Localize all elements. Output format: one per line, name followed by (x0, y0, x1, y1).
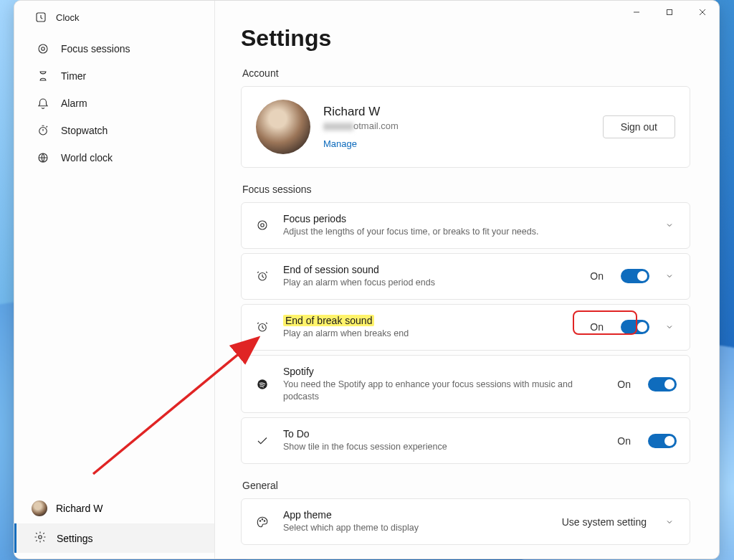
spotify-icon (254, 378, 270, 391)
theme-icon (254, 516, 270, 528)
setting-title: App theme (283, 509, 549, 521)
toggle-state: On (617, 379, 631, 390)
svg-point-16 (262, 518, 263, 520)
end-session-toggle[interactable] (621, 269, 649, 283)
setting-desc: Play an alarm when breaks end (283, 328, 577, 340)
setting-desc: You need the Spotify app to enhance your… (283, 379, 604, 403)
minimize-button[interactable] (620, 1, 653, 24)
setting-focus-periods[interactable]: Focus periods Adjust the lengths of your… (241, 202, 690, 249)
section-account-label: Account (242, 67, 690, 79)
svg-point-15 (259, 520, 261, 521)
toggle-state: On (590, 321, 604, 333)
svg-rect-1 (667, 10, 672, 15)
setting-spotify[interactable]: Spotify You need the Spotify app to enha… (241, 355, 690, 414)
account-email: ▮▮▮▮▮▮otmail.com (323, 120, 590, 131)
todo-icon (254, 435, 270, 447)
setting-desc: Show tile in the focus session experienc… (283, 441, 604, 453)
alarm-icon (37, 97, 49, 110)
nav-label: Timer (61, 70, 86, 82)
clock-app-icon (34, 11, 47, 24)
account-name: Richard W (323, 105, 590, 119)
nav-label: Stopwatch (61, 125, 108, 136)
account-avatar (256, 100, 310, 154)
stopwatch-icon (37, 124, 49, 137)
setting-todo[interactable]: To Do Show tile in the focus session exp… (241, 417, 690, 464)
timer-icon (37, 70, 49, 82)
svg-point-17 (264, 520, 265, 521)
svg-point-14 (257, 379, 267, 389)
nav-label: Focus sessions (61, 43, 130, 54)
sidebar-user-name: Richard W (56, 503, 103, 514)
nav-focus-sessions[interactable]: Focus sessions (14, 35, 214, 62)
nav-label: World clock (61, 152, 113, 163)
svg-point-5 (39, 44, 47, 53)
focus-periods-icon (254, 219, 270, 232)
main-content: Settings Account Richard W ▮▮▮▮▮▮otmail.… (215, 1, 719, 559)
section-focus-label: Focus sessions (242, 184, 690, 195)
app-title-row: Clock (14, 5, 214, 32)
section-general-label: General (242, 480, 690, 491)
sidebar-settings[interactable]: Settings (14, 523, 214, 553)
nav-timer[interactable]: Timer (14, 62, 214, 90)
clock-settings-window: Clock Focus sessions Timer Alarm (14, 0, 720, 559)
focus-sessions-icon (37, 42, 49, 55)
setting-desc: Adjust the lengths of your focus time, o… (283, 226, 649, 238)
maximize-button[interactable] (653, 1, 686, 24)
manage-link[interactable]: Manage (323, 138, 357, 149)
alarm-clock-icon (254, 270, 270, 283)
alarm-clock-icon (254, 321, 270, 333)
app-title: Clock (56, 12, 80, 23)
setting-desc: Play an alarm when focus period ends (283, 277, 577, 289)
sidebar: Clock Focus sessions Timer Alarm (14, 1, 215, 559)
gear-icon (34, 531, 47, 546)
page-title: Settings (241, 25, 690, 52)
setting-title: Spotify (283, 366, 604, 377)
svg-point-11 (261, 224, 264, 227)
svg-point-6 (42, 47, 45, 51)
setting-title: To Do (283, 428, 604, 440)
end-break-toggle[interactable] (621, 320, 649, 334)
todo-toggle[interactable] (648, 434, 677, 448)
signout-button[interactable]: Sign out (603, 115, 675, 138)
app-theme-value: Use system setting (562, 516, 647, 528)
nav-list: Focus sessions Timer Alarm Stopwatch (14, 32, 214, 174)
nav-alarm[interactable]: Alarm (14, 90, 214, 117)
svg-point-9 (39, 536, 42, 539)
account-text: Richard W ▮▮▮▮▮▮otmail.com Manage (323, 105, 590, 150)
chevron-down-icon (662, 518, 677, 526)
toggle-state: On (617, 435, 631, 447)
spotify-toggle[interactable] (648, 377, 677, 391)
chevron-down-icon (662, 323, 677, 331)
avatar-icon (32, 500, 47, 516)
setting-desc: Select which app theme to display (283, 522, 549, 534)
setting-end-session-sound[interactable]: End of session sound Play an alarm when … (241, 253, 690, 300)
nav-stopwatch[interactable]: Stopwatch (14, 117, 214, 144)
nav-world-clock[interactable]: World clock (14, 144, 214, 171)
setting-title: Focus periods (283, 213, 649, 224)
nav-label: Alarm (61, 98, 87, 109)
svg-point-10 (258, 221, 267, 229)
world-clock-icon (37, 151, 49, 164)
account-card: Richard W ▮▮▮▮▮▮otmail.com Manage Sign o… (241, 86, 690, 168)
setting-app-theme[interactable]: App theme Select which app theme to disp… (241, 498, 690, 545)
setting-title: End of break sound (283, 315, 577, 326)
window-controls (620, 1, 719, 24)
setting-end-break-sound[interactable]: End of break sound Play an alarm when br… (241, 304, 690, 351)
toggle-state: On (590, 270, 604, 282)
sidebar-settings-label: Settings (57, 533, 93, 544)
close-button[interactable] (686, 1, 719, 24)
sidebar-bottom: Richard W Settings (14, 493, 214, 559)
sidebar-user[interactable]: Richard W (14, 493, 214, 523)
setting-title: End of session sound (283, 264, 577, 275)
chevron-down-icon (662, 272, 677, 280)
chevron-down-icon (662, 221, 677, 229)
